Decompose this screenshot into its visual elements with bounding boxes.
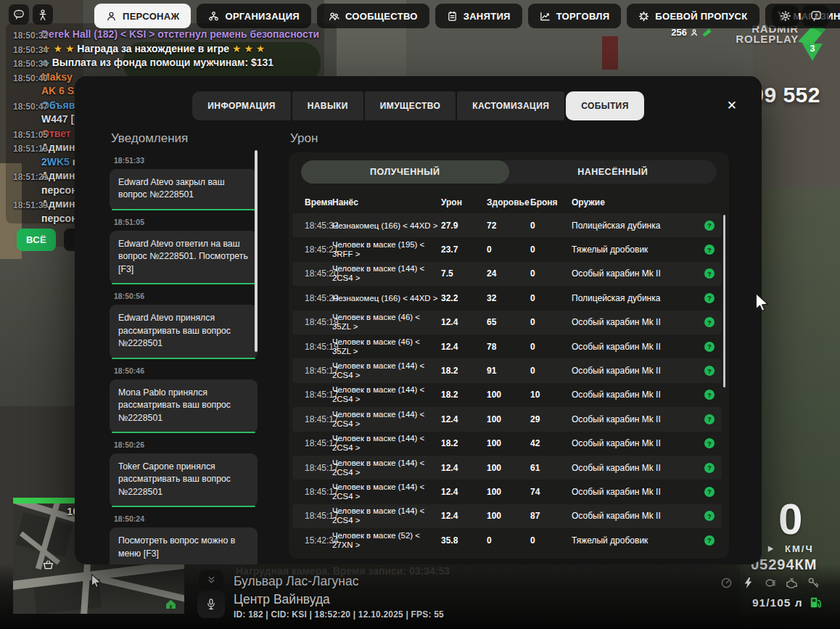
modal-tab-4[interactable]: КАСТОМИЗАЦИЯ [457,91,564,120]
notification-time: 18:50:46 [114,366,258,375]
weapon-name: Особый карабин Mk II [572,317,661,327]
damage-direction-toggle: ПОЛУЧЕННЫЙНАНЕСЁННЫЙ [301,160,717,184]
notification-time: 18:51:05 [114,218,258,226]
chat-timestamp: 18:50:47 [13,101,48,114]
weapon-name: Особый карабин Mk II [572,463,661,473]
weapon-info-icon[interactable]: ? [704,221,715,231]
attacker-name: Человек в маске (144) < 2CS4 > [332,264,439,283]
top-tab-1-person[interactable]: ПЕРСОНАЖ [94,4,191,28]
help-button[interactable]: ? [802,5,829,27]
attacker-name: Незнакомец (166) < 44XD > [332,293,439,303]
weapon-info-icon[interactable]: ? [704,414,715,424]
weapon-info-icon[interactable]: ? [704,317,715,327]
player-icon [37,9,49,20]
attacker-name: Человек в маске (144) < 2CS4 > [332,459,439,477]
damage-value: 7.5 [441,268,453,279]
settings-button[interactable] [772,5,799,27]
weapon-info-icon[interactable]: ? [704,366,715,376]
damage-panel: ПОЛУЧЕННЫЙНАНЕСЁННЫЙ ВремяНанёсУронЗдоро… [289,152,729,559]
damage-value: 18.2 [441,438,458,448]
gear-icon [780,10,791,22]
chat-filter-all[interactable]: ВСЁ [17,229,56,251]
notification-card[interactable]: Посмотреть вопрос можно в меню [F3] [110,527,258,564]
notification-card[interactable]: Toker Capone принялся рассматривать ваш … [110,453,258,507]
attacker-name: Человек в маске (46) < 35ZL > [332,337,439,356]
damage-value: 12.4 [441,487,458,497]
weapon-info-icon[interactable]: ? [704,342,715,352]
attacker-name: Незнакомец (166) < 44XD > [332,221,439,230]
damage-row: 18:45:19Человек в маске (46) < 35ZL >12.… [292,334,722,358]
chat-button[interactable] [9,4,29,25]
damage-row: 18:45:20Незнакомец (166) < 44XD >32.2320… [292,286,722,310]
notification-card[interactable]: Edward Atevo ответил на ваш вопрос №2228… [110,231,258,284]
damage-row: 18:45:17Человек в маске (144) < 2CS4 >12… [292,407,722,431]
weapon-info-icon[interactable]: ? [704,244,715,255]
damage-row: 18:45:19Человек в маске (46) < 35ZL >12.… [292,311,722,334]
attacker-name: Человек в маске (144) < 2CS4 > [332,385,439,404]
chat-timestamp: 18:51:21 [13,171,48,184]
microphone-button[interactable] [197,591,225,618]
armor-value: 0 [530,244,535,255]
speed-value: 0 [778,497,802,542]
health-value: 100 [487,487,501,497]
weapon-info-icon[interactable]: ? [704,511,715,521]
attacker-name: Человек в маске (46) < 35ZL > [332,313,439,332]
damage-scrollbar[interactable] [723,215,725,387]
notification-card[interactable]: Edward Atevo принялся рассматривать ваш … [110,305,258,358]
modal-tab-5[interactable]: СОБЫТИЯ [566,91,643,120]
attacker-name: Человек в маске (144) < 2CS4 > [332,506,439,525]
zone-chevron-icon [199,570,223,590]
weapon-info-icon[interactable]: ? [704,487,715,497]
chat-timestamp: 18:51:05 [13,129,48,142]
health-value: 100 [487,390,501,400]
damage-toggle-dealt[interactable]: НАНЕСЁННЫЙ [509,160,717,184]
damage-toggle-received[interactable]: ПОЛУЧЕННЫЙ [301,160,509,184]
armor-value: 42 [530,438,540,448]
chat-message: 18:50:34◆ Выплата из фонда помощи мужчин… [0,56,341,70]
health-value: 0 [487,535,492,546]
armor-value: 29 [530,414,540,424]
close-icon[interactable]: ✕ [722,97,741,114]
notifications-scrollbar[interactable] [255,150,258,352]
modal-tab-1[interactable]: ИНФОРМАЦИЯ [192,91,290,120]
damage-value: 12.4 [441,414,458,424]
top-tab-6-battlepass[interactable]: БОЕВОЙ ПРОПУСК [627,4,759,28]
armor-value: 0 [530,535,535,546]
vehicle-status-icons [720,577,820,589]
lightning-icon [742,577,754,589]
modal-tab-3[interactable]: ИМУЩЕСТВО [365,91,456,120]
top-tab-4-activities[interactable]: ЗАНЯТИЯ [435,4,522,28]
weapon-info-icon[interactable]: ? [704,268,715,279]
health-value: 32 [487,293,496,303]
top-tab-2-organization[interactable]: ОРГАНИЗАЦИЯ [197,4,310,28]
damage-row: 18:45:17Человек в маске (144) < 2CS4 >18… [292,432,722,456]
weapon-info-icon[interactable]: ? [704,293,715,303]
armor-value: 87 [530,511,540,521]
modal-tab-2[interactable]: НАВЫКИ [292,91,363,120]
health-value: 24 [487,268,496,279]
top-tab-5-trade[interactable]: ТОРГОВЛЯ [528,4,622,28]
damage-row: 18:45:17Человек в маске (144) < 2CS4 >12… [292,480,722,503]
bodycam-status-text: Нагрудная камера. Время записи: 03:34:53 [236,565,450,577]
weapon-info-icon[interactable]: ? [704,463,715,473]
column-header: Здоровье [487,197,530,207]
top-tab-3-community[interactable]: СООБЩЕСТВО [317,4,429,28]
damage-row: 15:42:34Человек в маске (52) < 27XN >35.… [292,528,722,552]
notification-card[interactable]: Edward Atevo закрыл ваш вопрос №2228501 [110,169,258,210]
weapon-name: Полицейская дубинка [572,221,660,231]
weapon-info-icon[interactable]: ? [704,390,715,400]
chat-timestamp: 18:50:40 [13,73,48,86]
health-value: 100 [487,438,501,448]
weapon-info-icon[interactable]: ? [704,438,715,448]
damage-row: 18:45:17Человек в маске (144) < 2CS4 >18… [292,358,722,382]
weapon-name: Особый карабин Mk II [572,268,661,279]
damage-row: 18:45:32Незнакомец (166) < 44XD >27.9720… [292,213,722,237]
players-button[interactable] [33,4,53,25]
notification-card[interactable]: Mona Pablo принялся рассматривать ваш во… [110,379,258,433]
damage-value: 12.4 [441,342,458,352]
weapon-name: Особый карабин Mk II [572,487,661,497]
weapon-name: Тяжелый дробовик [572,244,648,255]
weapon-info-icon[interactable]: ? [704,535,715,546]
play-icon [767,545,775,553]
modal-tabs: ИНФОРМАЦИЯНАВЫКИИМУЩЕСТВОКАСТОМИЗАЦИЯСОБ… [75,91,762,120]
